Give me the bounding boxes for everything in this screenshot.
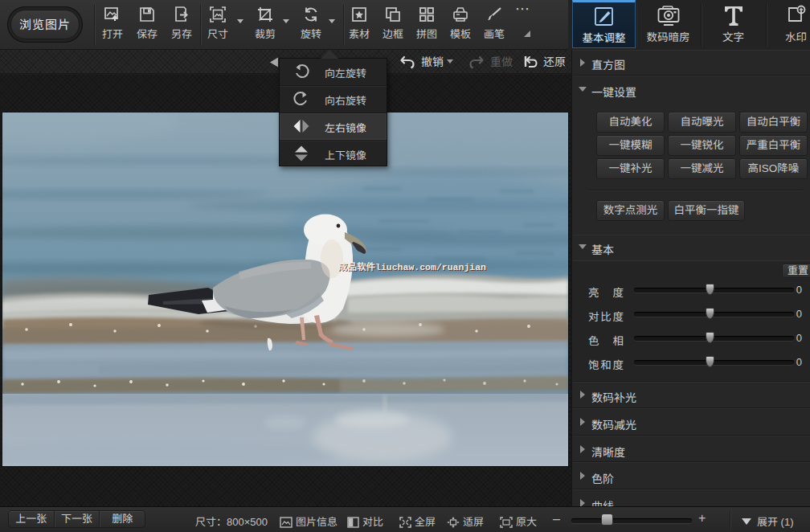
svg-text:成品软件liuchaw.com/ruanjian: 成品软件liuchaw.com/ruanjian [338, 262, 486, 272]
